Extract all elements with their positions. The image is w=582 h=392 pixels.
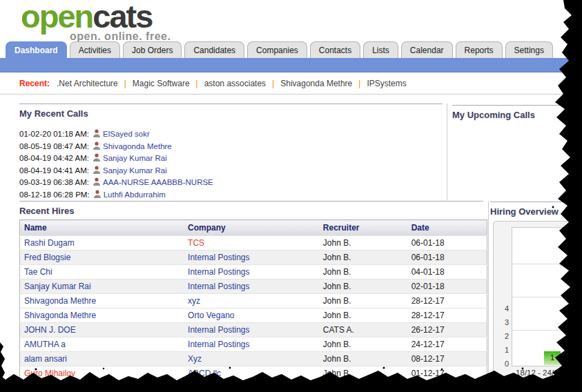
tab-activities[interactable]: Activities (70, 41, 120, 58)
list-item: 08-05-19 08:47 AM:Shivagonda Methre (19, 141, 434, 153)
table-row: Fred BlogsieInternal PostingsJohn B.06-0… (20, 251, 487, 265)
tab-reports[interactable]: Reports (456, 41, 503, 58)
call-contact-link[interactable]: Luthfi Abdurrahim (104, 190, 166, 199)
date-cell: 06-01-18 (407, 236, 487, 251)
gridline (512, 264, 582, 264)
recruiter-cell: John B. (319, 251, 407, 265)
recent-link-1[interactable]: .Net Architecture (57, 79, 118, 88)
table-header-row: Name Company Recruiter Date (20, 220, 487, 236)
person-icon (93, 153, 101, 162)
tab-dashboard[interactable]: Dashboard (6, 41, 67, 58)
upcoming-calls-title: My Upcoming Calls (452, 105, 582, 120)
list-item: 01-02-20 01:18 AM:ElSayed sokr (19, 128, 434, 141)
call-time: 08-04-19 04:41 AM: (19, 166, 89, 175)
call-time: 08-04-19 04:42 AM: (19, 154, 89, 162)
date-cell: 24-12-17 (407, 337, 487, 352)
candidate-link[interactable]: Fred Blogsie (24, 253, 70, 262)
candidate-link[interactable]: Guro Mihailov (24, 369, 75, 378)
column-header-name[interactable]: Name (20, 220, 184, 236)
recent-calls-title: My Recent Calls (19, 104, 443, 119)
company-link[interactable]: Internal Postings (188, 253, 249, 262)
table-row: Guro MihailovABCD llcJohn B.01-12-17 (20, 366, 487, 381)
date-cell: 08-12-17 (407, 352, 487, 366)
call-time: 08-05-19 08:47 AM: (19, 142, 89, 150)
call-contact-link[interactable]: AAA-NURSE AAABBB-NURSE (103, 178, 213, 186)
y-axis-tick: 3 (496, 318, 509, 326)
y-axis-tick: 0 (496, 360, 509, 368)
call-contact-link[interactable]: Shivagonda Methre (103, 142, 172, 150)
person-icon (93, 129, 101, 138)
tab-contacts[interactable]: Contacts (310, 41, 360, 58)
person-icon (93, 177, 101, 186)
column-header-date[interactable]: Date (407, 220, 487, 236)
gridline (512, 297, 582, 297)
hiring-overview-title: Hiring Overview (490, 202, 582, 217)
table-row: Tae ChiInternal PostingsJohn B.04-01-18 (20, 265, 487, 280)
chart-bar[interactable]: 1 (544, 351, 561, 365)
recent-label: Recent: (19, 79, 50, 88)
date-cell: 01-12-17 (407, 366, 487, 381)
column-header-recruiter[interactable]: Recruiter (319, 220, 407, 236)
table-row: Shivagonda MethreOrto VeganoJohn B.28-12… (20, 308, 487, 323)
company-link[interactable]: Internal Postings (188, 267, 249, 277)
person-icon (93, 141, 101, 150)
company-link[interactable]: Internal Postings (188, 340, 249, 349)
company-link[interactable]: Internal Postings (188, 282, 249, 291)
table-row: Shivagonda MethrexyzJohn B.28-12-17 (20, 294, 487, 308)
opencats-logo: opencats (21, 0, 152, 33)
y-axis-tick: 1 (496, 346, 509, 354)
candidate-link[interactable]: alam ansari (24, 354, 67, 364)
tab-companies[interactable]: Companies (247, 41, 307, 58)
candidate-link[interactable]: JOHN J. DOE (24, 325, 76, 335)
candidate-link[interactable]: Shivagonda Methre (24, 311, 96, 320)
y-axis-tick: 2 (496, 332, 509, 340)
candidate-link[interactable]: Rashi Dugam (24, 238, 75, 248)
company-link[interactable]: Internal Postings (188, 325, 249, 335)
recruiter-cell: John B. (319, 366, 407, 381)
date-cell: 28-12-17 (407, 308, 487, 323)
hiring-overview-chart: 4 3 2 1 0 1 18/12 - 24/12 (493, 221, 582, 382)
logo-cats-text: cats (93, 0, 152, 35)
candidate-link[interactable]: Shivagonda Methre (24, 296, 96, 306)
call-time: 01-02-20 01:18 AM: (19, 130, 89, 138)
list-item: 08-04-19 04:41 AM:Sanjay Kumar Rai (19, 165, 434, 177)
person-icon (93, 190, 101, 199)
recent-items-strip: Recent:.Net ArchitectureMagic Softwareas… (0, 72, 582, 95)
recent-link-5[interactable]: IPSystems (352, 79, 406, 88)
tab-settings[interactable]: Settings (505, 41, 553, 58)
recruiter-cell: John B. (319, 236, 407, 251)
recent-link-3[interactable]: aston associates (190, 79, 266, 88)
company-link[interactable]: ABCD llc (188, 369, 221, 378)
list-item: 08-12-18 06:28 PM:Luthfi Abdurrahim (19, 189, 434, 202)
recent-link-4[interactable]: Shivagonda Methre (266, 79, 352, 88)
company-link[interactable]: Xyz (188, 354, 202, 364)
call-contact-link[interactable]: Sanjay Kumar Rai (103, 166, 167, 175)
recent-link-2[interactable]: Magic Software (118, 79, 190, 88)
gridline (512, 330, 582, 331)
list-item: 08-04-19 04:42 AM:Sanjay Kumar Rai (19, 153, 434, 165)
column-header-company[interactable]: Company (184, 220, 319, 236)
list-item: 09-03-19 06:38 AM:AAA-NURSE AAABBB-NURSE (19, 177, 434, 189)
tab-calendar[interactable]: Calendar (401, 41, 453, 58)
main-nav-tabs: DashboardActivitiesJob OrdersCandidatesC… (3, 41, 553, 58)
recruiter-cell: John B. (319, 337, 407, 352)
recruiter-cell: CATS A. (319, 323, 407, 337)
company-link[interactable]: Orto Vegano (188, 311, 234, 320)
table-row: Sanjay Kumar RaiInternal PostingsJohn B.… (20, 280, 487, 294)
recent-links: .Net ArchitectureMagic Softwareaston ass… (57, 79, 407, 88)
call-contact-link[interactable]: ElSayed sokr (103, 130, 150, 138)
person-icon (93, 166, 101, 175)
call-contact-link[interactable]: Sanjay Kumar Rai (103, 154, 167, 162)
candidate-link[interactable]: AMUTHA a (24, 340, 66, 349)
tab-candidates[interactable]: Candidates (184, 41, 244, 58)
tab-lists[interactable]: Lists (363, 41, 398, 58)
column-divider-bottom (488, 202, 489, 378)
candidate-link[interactable]: Sanjay Kumar Rai (24, 282, 91, 291)
tab-job-orders[interactable]: Job Orders (123, 41, 182, 58)
company-link[interactable]: xyz (188, 296, 200, 306)
recruiter-cell: John B. (319, 280, 407, 294)
y-axis-tick: 4 (496, 304, 509, 313)
company-link[interactable]: TCS (188, 238, 204, 248)
candidate-link[interactable]: Tae Chi (24, 267, 52, 277)
table-row: AMUTHA aInternal PostingsJohn B.24-12-17 (20, 337, 487, 352)
